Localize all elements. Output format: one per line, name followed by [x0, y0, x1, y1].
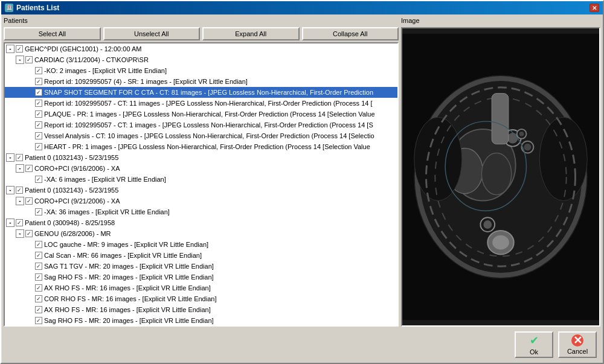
tree-expander[interactable]: - — [16, 229, 24, 238]
tree-item-text: -XA: 6 images - [Explicit VR Little Endi… — [44, 174, 166, 184]
tree-checkbox[interactable] — [35, 295, 42, 302]
ok-icon: ✔ — [530, 334, 539, 347]
patients-list-window: 🏥 Patients List ✕ Patients Select All Un… — [0, 0, 604, 364]
tree-item-text: HEART - PR: 1 images - [JPEG Lossless No… — [44, 142, 370, 152]
tree-item-text: Sag RHO FS - MR: 20 images - [Explicit V… — [44, 316, 214, 325]
collapse-all-button[interactable]: Collapse All — [302, 27, 399, 40]
tree-expander[interactable]: - — [6, 186, 14, 194]
unselect-all-button[interactable]: Unselect All — [103, 27, 201, 40]
tree-item[interactable]: SAG T1 TGV - MR: 20 images - [Explicit V… — [5, 261, 397, 272]
tree-checkbox[interactable] — [25, 165, 33, 172]
tree-checkbox[interactable] — [35, 252, 42, 259]
tree-item[interactable]: Vessel Analysis - CT: 10 images - [JPEG … — [5, 130, 397, 141]
tree-item[interactable]: -CARDIAC (3/11/2004) - CT\KO\PR\SR — [5, 54, 397, 65]
svg-point-20 — [519, 132, 524, 136]
close-button[interactable]: ✕ — [590, 4, 599, 12]
tree-item-text: GEHC^PDI (GEHC1001) - 12:00:00 AM — [25, 44, 141, 54]
window-body: Patients Select All Unselect All Expand … — [1, 14, 603, 363]
tree-checkbox[interactable] — [35, 67, 42, 74]
ok-label: Ok — [530, 348, 538, 356]
tree-item[interactable]: -XA: 36 images - [Explicit VR Little End… — [5, 206, 397, 217]
tree-item[interactable]: HEART - PR: 1 images - [JPEG Lossless No… — [5, 141, 397, 152]
tree-item[interactable]: -KO: 2 images - [Explicit VR Little Endi… — [5, 65, 397, 76]
svg-point-13 — [483, 220, 492, 229]
tree-checkbox[interactable] — [35, 306, 42, 313]
tree-item[interactable]: -XA: 6 images - [Explicit VR Little Endi… — [5, 174, 397, 185]
tree-item[interactable]: Report id: 1092995057 - CT: 1 images - [… — [5, 120, 397, 130]
tree-checkbox[interactable] — [35, 143, 42, 150]
tree-checkbox[interactable] — [16, 154, 23, 161]
tree-item[interactable]: Report id: 1092995057 (4) - SR: 1 images… — [5, 76, 397, 87]
tree-item[interactable]: Sag RHO FS - MR: 20 images - [Explicit V… — [5, 315, 397, 326]
tree-checkbox[interactable] — [35, 273, 42, 281]
ok-button[interactable]: ✔ Ok — [515, 331, 553, 358]
tree-checkbox[interactable] — [35, 284, 42, 292]
tree-item-text: SAG T1 TGV - MR: 20 images - [Explicit V… — [44, 261, 214, 271]
tree-item-text: Report id: 1092995057 (4) - SR: 1 images… — [44, 77, 248, 86]
tree-item[interactable]: -CORO+PCI (9/21/2006) - XA — [5, 196, 397, 206]
tree-item[interactable]: SNAP SHOT SEGMENT FOR C CTA - CT: 81 ima… — [5, 87, 397, 98]
tree-expander[interactable]: - — [16, 164, 24, 173]
tree-checkbox[interactable] — [35, 89, 42, 96]
tree-checkbox[interactable] — [35, 263, 42, 270]
tree-item[interactable]: AX RHO FS - MR: 16 images - [Explicit VR… — [5, 283, 397, 293]
tree-expander[interactable]: - — [16, 56, 24, 64]
tree-item[interactable]: -Patient 0 (1032143) - 5/23/1955 — [5, 185, 397, 196]
tree-checkbox[interactable] — [35, 121, 42, 129]
tree-checkbox[interactable] — [25, 197, 33, 205]
cancel-button[interactable]: ✕ Cancel — [558, 331, 597, 358]
tree-item[interactable]: LOC gauche - MR: 9 images - [Explicit VR… — [5, 239, 397, 250]
tree-item-text: Patient 0 (300948) - 8/25/1958 — [25, 218, 115, 228]
tree-item[interactable]: -GENOU (6/28/2006) - MR — [5, 228, 397, 239]
title-bar: 🏥 Patients List ✕ — [1, 1, 603, 14]
tree-checkbox[interactable] — [35, 317, 42, 324]
tree-item[interactable]: -Patient 0 (1032143) - 5/23/1955 — [5, 152, 397, 163]
select-all-button[interactable]: Select All — [4, 27, 101, 40]
tree-expander[interactable]: - — [6, 45, 14, 53]
tree-checkbox[interactable] — [16, 219, 23, 226]
tree-expander[interactable]: - — [16, 197, 24, 205]
tree-item-text: SNAP SHOT SEGMENT FOR C CTA - CT: 81 ima… — [44, 88, 373, 97]
svg-point-4 — [492, 235, 509, 250]
tree-checkbox[interactable] — [35, 208, 42, 216]
tree-checkbox[interactable] — [25, 56, 33, 63]
tree-item[interactable]: COR RHO FS - MR: 16 images - [Explicit V… — [5, 293, 397, 304]
tree-item[interactable]: -Patient 0 (300948) - 8/25/1958 — [5, 217, 397, 228]
tree-checkbox[interactable] — [16, 187, 23, 194]
image-label: Image — [401, 17, 600, 24]
tree-item[interactable]: Cal Scan - MR: 66 images - [Explicit VR … — [5, 250, 397, 261]
patients-label: Patients — [4, 17, 399, 24]
tree-checkbox[interactable] — [35, 132, 42, 139]
right-panel: Image — [401, 17, 600, 327]
window-title: Patients List — [16, 4, 59, 12]
tree-item-text: -XA: 36 images - [Explicit VR Little End… — [44, 207, 170, 217]
tree-item-text: Patient 0 (1032143) - 5/23/1955 — [25, 185, 118, 195]
tree-item[interactable]: -CORO+PCI (9/16/2006) - XA — [5, 163, 397, 174]
tree-item[interactable]: -GEHC^PDI (GEHC1001) - 12:00:00 AM — [5, 43, 397, 54]
tree-item-text: CORO+PCI (9/16/2006) - XA — [34, 164, 120, 173]
tree-item-text: Sag RHO FS - MR: 20 images - [Explicit V… — [44, 272, 214, 282]
tree-item-text: Vessel Analysis - CT: 10 images - [JPEG … — [44, 131, 374, 141]
tree-checkbox[interactable] — [35, 78, 42, 85]
tree-expander[interactable]: - — [6, 219, 14, 227]
tree-checkbox[interactable] — [16, 45, 23, 53]
svg-point-7 — [481, 153, 511, 194]
tree-item[interactable]: AX RHO FS - MR: 16 images - [Explicit VR… — [5, 304, 397, 315]
tree-item[interactable]: Sag RHO FS - MR: 20 images - [Explicit V… — [5, 272, 397, 283]
tree-checkbox[interactable] — [35, 110, 42, 118]
tree-checkbox[interactable] — [35, 241, 42, 248]
tree-checkbox[interactable] — [25, 230, 33, 237]
tree-item-text: PLAQUE - PR: 1 images - [JPEG Lossless N… — [44, 109, 375, 119]
tree-checkbox[interactable] — [35, 100, 42, 107]
tree-item-text: AX RHO FS - MR: 16 images - [Explicit VR… — [44, 305, 211, 315]
tree-item-text: AX RHO FS - MR: 16 images - [Explicit VR… — [44, 283, 211, 293]
tree-item-text: -KO: 2 images - [Explicit VR Little Endi… — [44, 66, 167, 75]
expand-all-button[interactable]: Expand All — [202, 27, 300, 40]
tree-expander[interactable]: - — [6, 153, 14, 162]
tree-checkbox[interactable] — [35, 176, 42, 183]
tree-item-text: Report id: 1092995057 - CT: 1 images - [… — [44, 120, 373, 130]
tree-item[interactable]: Report id: 1092995057 - CT: 11 images - … — [5, 98, 397, 109]
svg-point-11 — [524, 144, 532, 151]
tree-container[interactable]: -GEHC^PDI (GEHC1001) - 12:00:00 AM-CARDI… — [4, 42, 399, 327]
tree-item[interactable]: PLAQUE - PR: 1 images - [JPEG Lossless N… — [5, 109, 397, 120]
